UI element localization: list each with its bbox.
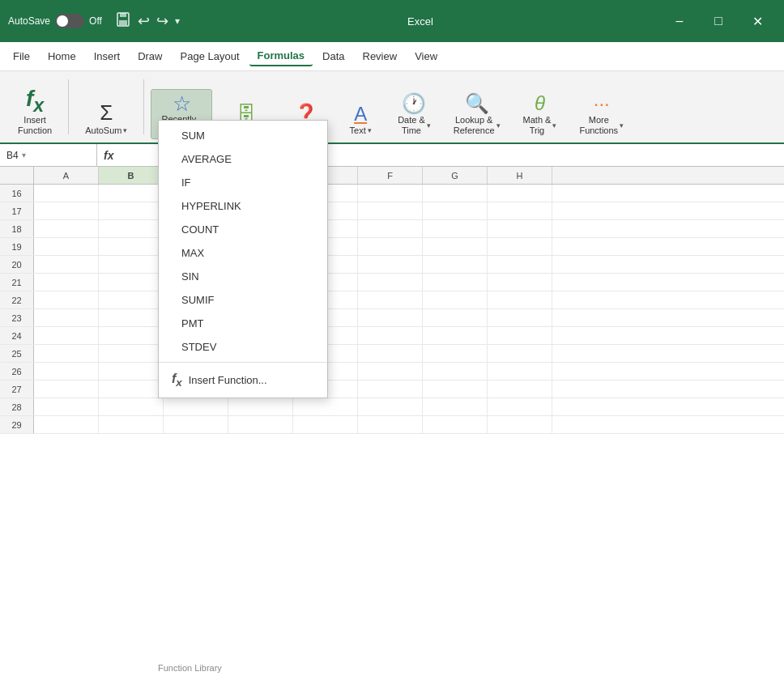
cell-H18[interactable] — [488, 220, 552, 237]
cell-B29[interactable] — [99, 416, 164, 433]
cell-A29[interactable] — [34, 416, 99, 433]
cell-F22[interactable] — [358, 291, 423, 308]
cell-H16[interactable] — [488, 185, 552, 202]
cell-E28[interactable] — [293, 398, 358, 415]
cell-G21[interactable] — [423, 274, 488, 291]
fn-sin[interactable]: SIN — [159, 265, 327, 288]
cell-A25[interactable] — [34, 345, 99, 362]
cell-B17[interactable] — [99, 202, 164, 219]
cell-H21[interactable] — [488, 274, 552, 291]
cell-A27[interactable] — [34, 381, 99, 398]
cell-G25[interactable] — [423, 345, 488, 362]
fn-stdev[interactable]: STDEV — [159, 335, 327, 359]
close-button[interactable]: ✕ — [739, 8, 776, 34]
more-functions-button[interactable]: ··· MoreFunctions ▾ — [569, 89, 633, 139]
maximize-button[interactable]: □ — [700, 8, 737, 34]
cell-B24[interactable] — [99, 327, 164, 344]
cell-B25[interactable] — [99, 345, 164, 362]
cell-A17[interactable] — [34, 202, 99, 219]
cell-B28[interactable] — [99, 398, 164, 415]
cell-A23[interactable] — [34, 309, 99, 326]
cell-A24[interactable] — [34, 327, 99, 344]
menu-draw[interactable]: Draw — [130, 47, 170, 66]
minimize-button[interactable]: – — [661, 8, 698, 34]
cell-G26[interactable] — [423, 363, 488, 380]
quick-access-icon[interactable]: ▾ — [175, 15, 180, 27]
menu-review[interactable]: Review — [355, 47, 406, 66]
cell-H19[interactable] — [488, 238, 552, 255]
cell-G18[interactable] — [423, 220, 488, 237]
cell-F25[interactable] — [358, 345, 423, 362]
cell-H23[interactable] — [488, 309, 552, 326]
cell-A16[interactable] — [34, 185, 99, 202]
cell-B18[interactable] — [99, 220, 164, 237]
cell-F19[interactable] — [358, 238, 423, 255]
cell-H17[interactable] — [488, 202, 552, 219]
date-time-button[interactable]: 🕐 Date &Time ▾ — [388, 89, 441, 139]
menu-page-layout[interactable]: Page Layout — [173, 47, 248, 66]
cell-C29[interactable] — [164, 416, 228, 433]
cell-F20[interactable] — [358, 256, 423, 273]
fn-max[interactable]: MAX — [159, 241, 327, 265]
undo-icon[interactable]: ↩ — [138, 12, 150, 30]
cell-B23[interactable] — [99, 309, 164, 326]
menu-file[interactable]: File — [5, 47, 38, 66]
text-button[interactable]: A Text ▾ — [336, 100, 385, 139]
autosave-toggle[interactable] — [55, 14, 84, 28]
cell-F27[interactable] — [358, 381, 423, 398]
cell-G29[interactable] — [423, 416, 488, 433]
math-trig-button[interactable]: θ Math &Trig ▾ — [513, 89, 567, 139]
cell-H29[interactable] — [488, 416, 552, 433]
cell-D29[interactable] — [228, 416, 293, 433]
cell-H22[interactable] — [488, 291, 552, 308]
fn-sum[interactable]: SUM — [159, 124, 327, 147]
cell-F17[interactable] — [358, 202, 423, 219]
cell-B27[interactable] — [99, 381, 164, 398]
cell-G28[interactable] — [423, 398, 488, 415]
cell-F21[interactable] — [358, 274, 423, 291]
cell-H20[interactable] — [488, 256, 552, 273]
cell-A21[interactable] — [34, 274, 99, 291]
cell-G16[interactable] — [423, 185, 488, 202]
cell-A20[interactable] — [34, 256, 99, 273]
cell-G27[interactable] — [423, 381, 488, 398]
menu-home[interactable]: Home — [40, 47, 84, 66]
cell-F24[interactable] — [358, 327, 423, 344]
fn-average[interactable]: AVERAGE — [159, 147, 327, 171]
cell-G17[interactable] — [423, 202, 488, 219]
cell-G23[interactable] — [423, 309, 488, 326]
name-box[interactable]: B4 ▾ — [0, 144, 97, 166]
cell-G24[interactable] — [423, 327, 488, 344]
fn-pmt[interactable]: PMT — [159, 312, 327, 335]
cell-F29[interactable] — [358, 416, 423, 433]
cell-B20[interactable] — [99, 256, 164, 273]
cell-B22[interactable] — [99, 291, 164, 308]
cell-A26[interactable] — [34, 363, 99, 380]
cell-C28[interactable] — [164, 398, 228, 415]
cell-G19[interactable] — [423, 238, 488, 255]
lookup-reference-button[interactable]: 🔍 Lookup &Reference ▾ — [444, 89, 510, 139]
cell-H28[interactable] — [488, 398, 552, 415]
cell-A18[interactable] — [34, 220, 99, 237]
cell-H26[interactable] — [488, 363, 552, 380]
cell-F26[interactable] — [358, 363, 423, 380]
cell-B16[interactable] — [99, 185, 164, 202]
menu-view[interactable]: View — [407, 47, 445, 66]
menu-insert[interactable]: Insert — [86, 47, 129, 66]
fn-if[interactable]: IF — [159, 171, 327, 194]
menu-formulas[interactable]: Formulas — [249, 46, 313, 66]
cell-G22[interactable] — [423, 291, 488, 308]
cell-F28[interactable] — [358, 398, 423, 415]
cell-H27[interactable] — [488, 381, 552, 398]
cell-H25[interactable] — [488, 345, 552, 362]
fn-hyperlink[interactable]: HYPERLINK — [159, 194, 327, 218]
redo-icon[interactable]: ↪ — [156, 12, 168, 30]
save-icon[interactable] — [115, 11, 131, 32]
fn-count[interactable]: COUNT — [159, 218, 327, 241]
cell-G20[interactable] — [423, 256, 488, 273]
insert-function-button[interactable]: fx InsertFunction — [8, 84, 62, 139]
autosum-button[interactable]: Σ AutoSum ▾ — [75, 97, 137, 139]
insert-function-menu-item[interactable]: fx Insert Function... — [159, 366, 327, 394]
cell-F16[interactable] — [358, 185, 423, 202]
cell-A22[interactable] — [34, 291, 99, 308]
